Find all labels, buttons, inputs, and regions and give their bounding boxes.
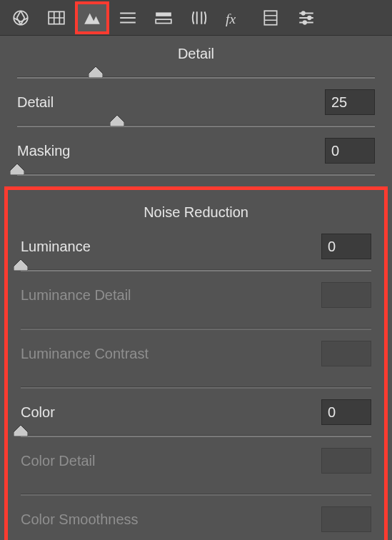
color-label: Color bbox=[21, 404, 55, 421]
luminance-contrast-row: Luminance Contrast bbox=[8, 341, 384, 392]
luminance-slider[interactable] bbox=[21, 262, 371, 275]
svg-rect-2 bbox=[156, 12, 171, 16]
slider-thumb[interactable] bbox=[14, 425, 28, 436]
color-detail-label: Color Detail bbox=[21, 453, 95, 469]
svg-point-8 bbox=[303, 21, 306, 24]
split-toning-icon[interactable] bbox=[149, 4, 179, 32]
effects-icon[interactable]: fx bbox=[220, 4, 250, 32]
detail-tab-icon[interactable] bbox=[77, 4, 107, 32]
luminance-detail-value bbox=[321, 282, 371, 308]
svg-point-6 bbox=[302, 11, 305, 14]
color-detail-row: Color Detail bbox=[8, 448, 384, 499]
luminance-row: Luminance 0 bbox=[8, 234, 384, 275]
svg-point-7 bbox=[308, 16, 311, 19]
svg-rect-3 bbox=[156, 19, 171, 23]
detail-section-title: Detail bbox=[0, 36, 392, 68]
svg-point-0 bbox=[14, 11, 28, 25]
hsl-icon[interactable] bbox=[113, 4, 143, 32]
slider-thumb[interactable] bbox=[89, 66, 103, 78]
slider-thumb[interactable] bbox=[10, 164, 24, 175]
luminance-label: Luminance bbox=[21, 239, 91, 255]
color-smoothness-label: Color Smoothness bbox=[21, 511, 139, 528]
aperture-icon[interactable] bbox=[6, 4, 36, 32]
masking-slider[interactable] bbox=[17, 166, 375, 179]
sharpen-amount-slider[interactable] bbox=[17, 69, 375, 82]
detail-panel: fx Detail Detail bbox=[0, 0, 392, 540]
detail-label: Detail bbox=[17, 94, 54, 111]
luminance-detail-label: Luminance Detail bbox=[21, 287, 131, 304]
masking-row: Masking 0 bbox=[0, 138, 392, 179]
color-smoothness-value bbox=[321, 506, 371, 532]
calibration-icon[interactable] bbox=[256, 4, 286, 32]
luminance-contrast-label: Luminance Contrast bbox=[21, 346, 149, 362]
detail-row: Detail 25 bbox=[0, 89, 392, 131]
luminance-contrast-value bbox=[321, 341, 371, 366]
panel-tab-bar: fx bbox=[0, 0, 392, 36]
luminance-value[interactable]: 0 bbox=[321, 234, 371, 259]
luminance-contrast-slider bbox=[21, 379, 371, 392]
luminance-detail-slider bbox=[21, 321, 371, 334]
detail-value[interactable]: 25 bbox=[325, 89, 375, 115]
noise-reduction-highlight: Noise Reduction Luminance 0 Luminance De… bbox=[4, 186, 388, 540]
color-smoothness-row: Color Smoothness bbox=[8, 506, 384, 540]
luminance-detail-row: Luminance Detail bbox=[8, 282, 384, 334]
lens-correction-icon[interactable] bbox=[184, 4, 214, 32]
masking-value[interactable]: 0 bbox=[325, 138, 375, 164]
slider-thumb[interactable] bbox=[14, 259, 28, 271]
color-value[interactable]: 0 bbox=[321, 399, 371, 425]
noise-section-title: Noise Reduction bbox=[8, 194, 384, 226]
color-slider[interactable] bbox=[21, 428, 371, 441]
grid-icon[interactable] bbox=[41, 4, 71, 32]
svg-rect-5 bbox=[264, 11, 276, 25]
color-detail-slider bbox=[21, 486, 371, 499]
presets-icon[interactable] bbox=[291, 4, 321, 32]
color-detail-value bbox=[321, 448, 371, 474]
color-row: Color 0 bbox=[8, 399, 384, 441]
detail-slider[interactable] bbox=[17, 118, 375, 131]
masking-label: Masking bbox=[17, 143, 70, 159]
svg-text:fx: fx bbox=[226, 11, 236, 26]
sharpen-amount-row bbox=[0, 69, 392, 82]
slider-thumb[interactable] bbox=[110, 115, 124, 126]
